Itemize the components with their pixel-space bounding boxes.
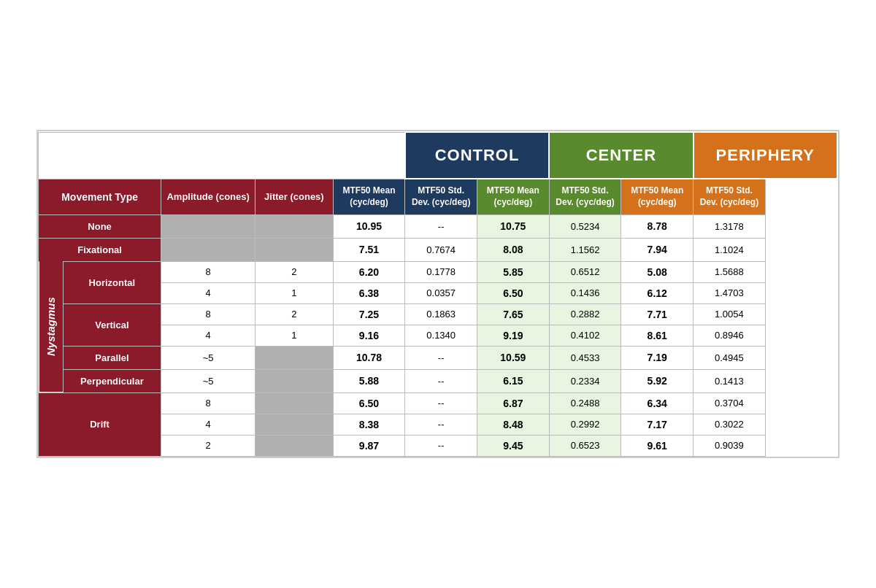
gray-cell [161, 238, 256, 261]
table-cell: 2 [256, 261, 334, 282]
table-cell: 0.4533 [549, 346, 621, 369]
jitter-header: Jitter (cones) [256, 179, 334, 214]
table-cell: 0.3022 [694, 414, 766, 435]
table-cell: 4 [161, 325, 256, 346]
table-cell: 7.65 [477, 303, 550, 325]
table-cell: 0.6512 [549, 261, 621, 282]
table-cell: 7.17 [621, 414, 694, 435]
table-cell: 10.75 [477, 214, 550, 238]
table-cell: 0.9039 [694, 435, 766, 456]
sub-movement-cell: Parallel [63, 346, 161, 369]
table-cell: ~5 [161, 369, 256, 392]
table-row: NystagmusHorizontal826.200.17785.850.651… [39, 261, 838, 282]
table-row: Vertical827.250.18637.650.28827.711.0054 [39, 303, 838, 325]
table-cell: 6.38 [333, 282, 405, 303]
sub-movement-cell: Perpendicular [63, 369, 161, 392]
table-cell: 2 [161, 435, 256, 456]
table-cell: 7.51 [333, 238, 405, 261]
gray-cell [256, 414, 334, 435]
gray-cell [256, 346, 334, 369]
table-cell: 9.61 [621, 435, 694, 456]
table-cell: 0.5234 [549, 214, 621, 238]
periph-mean-header: MTF50 Mean (cyc/deg) [621, 179, 694, 214]
sub-movement-cell: Vertical [63, 303, 161, 346]
table-cell: 8.48 [477, 414, 550, 435]
table-cell: 10.59 [477, 346, 550, 369]
table-cell: 6.50 [477, 282, 550, 303]
sub-header-row: Movement Type Amplitude (cones) Jitter (… [39, 179, 838, 214]
table-cell: 6.50 [333, 392, 405, 414]
gray-cell [256, 369, 334, 392]
table-cell: 1.3178 [694, 214, 766, 238]
gray-cell [256, 392, 334, 414]
table-cell: 0.2334 [549, 369, 621, 392]
table-cell: 7.71 [621, 303, 694, 325]
control-std-header: MTF50 Std. Dev. (cyc/deg) [405, 179, 477, 214]
table-row: None10.95--10.750.52348.781.3178 [39, 214, 838, 238]
table-cell: 6.15 [477, 369, 550, 392]
movement-cell: None [39, 214, 161, 238]
table-cell: 5.88 [333, 369, 405, 392]
table-cell: 6.12 [621, 282, 694, 303]
table-cell: 8.08 [477, 238, 550, 261]
movement-type-header: Movement Type [39, 179, 161, 214]
gray-cell [256, 435, 334, 456]
group-header-row: CONTROL CENTER PERIPHERY [39, 132, 838, 179]
table-cell: 8.78 [621, 214, 694, 238]
table-cell: 9.16 [333, 325, 405, 346]
table-cell: 0.4945 [694, 346, 766, 369]
table-cell: 5.08 [621, 261, 694, 282]
table-cell: 0.2992 [549, 414, 621, 435]
gray-cell [256, 238, 334, 261]
table-cell: 7.19 [621, 346, 694, 369]
table-cell: 8.61 [621, 325, 694, 346]
center-group-header: CENTER [549, 132, 693, 179]
table-cell: -- [405, 414, 477, 435]
table-cell: 9.87 [333, 435, 405, 456]
table-cell: 6.87 [477, 392, 550, 414]
table-cell: -- [405, 346, 477, 369]
table-cell: 8 [161, 303, 256, 325]
periphery-group-header: PERIPHERY [694, 132, 837, 179]
table-cell: 0.1778 [405, 261, 477, 282]
table-cell: -- [405, 435, 477, 456]
table-cell: ~5 [161, 346, 256, 369]
center-mean-header: MTF50 Mean (cyc/deg) [477, 179, 550, 214]
table-cell: 0.1413 [694, 369, 766, 392]
table-cell: 7.25 [333, 303, 405, 325]
table-cell: 0.1436 [549, 282, 621, 303]
table-cell: 1.1024 [694, 238, 766, 261]
table-cell: 2 [256, 303, 334, 325]
table-cell: 0.4102 [549, 325, 621, 346]
table-cell: 6.20 [333, 261, 405, 282]
table-cell: 9.45 [477, 435, 550, 456]
table-cell: 0.7674 [405, 238, 477, 261]
table-cell: -- [405, 369, 477, 392]
table-row: Perpendicular~55.88--6.150.23345.920.141… [39, 369, 838, 392]
table-cell: 1 [256, 325, 334, 346]
movement-cell: Drift [39, 392, 161, 456]
movement-cell: Fixational [39, 238, 161, 261]
table-cell: 0.1340 [405, 325, 477, 346]
gray-cell [161, 214, 256, 238]
table-cell: 0.1863 [405, 303, 477, 325]
table-cell: 8.38 [333, 414, 405, 435]
main-table-wrapper: CONTROL CENTER PERIPHERY Movement Type A… [36, 130, 840, 457]
table-cell: 0.8946 [694, 325, 766, 346]
data-table: CONTROL CENTER PERIPHERY Movement Type A… [38, 131, 838, 456]
table-cell: 8 [161, 392, 256, 414]
table-cell: 0.2882 [549, 303, 621, 325]
table-cell: -- [405, 214, 477, 238]
control-mean-header: MTF50 Mean (cyc/deg) [333, 179, 405, 214]
table-cell: 10.95 [333, 214, 405, 238]
table-cell: 0.6523 [549, 435, 621, 456]
table-cell: 4 [161, 282, 256, 303]
table-cell: -- [405, 392, 477, 414]
table-cell: 4 [161, 414, 256, 435]
table-cell: 1 [256, 282, 334, 303]
table-cell: 0.0357 [405, 282, 477, 303]
movement-cell: Nystagmus [39, 261, 64, 392]
control-group-header: CONTROL [405, 132, 549, 179]
table-cell: 1.4703 [694, 282, 766, 303]
sub-movement-cell: Horizontal [63, 261, 161, 303]
